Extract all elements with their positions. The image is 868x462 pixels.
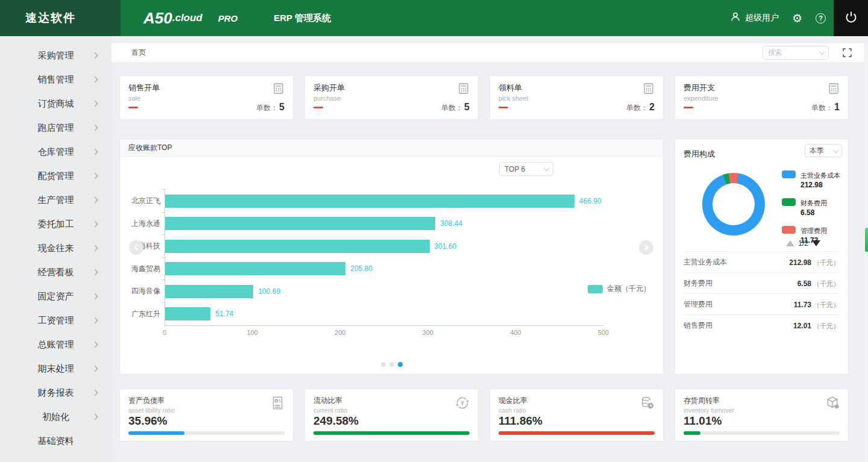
ratio-card-asset-liability[interactable]: 资产负债率 asset libility ratio 35.96% [119,389,294,442]
sidebar-item-period-end[interactable]: 期末处理 [0,357,112,381]
gear-icon[interactable]: ⚙ [792,13,802,24]
ratio-card-cash-ratio[interactable]: 现金比率 cash ratio 111.86% [489,389,664,442]
calculator-icon [272,83,285,97]
progress-bar [684,431,700,435]
sidebar-item-cash[interactable]: 现金往来 [0,236,112,260]
scrollbar-track[interactable] [864,43,868,462]
legend-swatch [782,198,796,206]
bar-value-label: 466.90 [579,197,602,205]
main-content: 首页 搜索 销售开单 sale 单数：5 采购开单 purchase [112,36,868,462]
power-icon [844,10,858,26]
chevron-right-icon [92,221,98,227]
bar[interactable] [165,285,253,298]
bar[interactable] [165,307,210,320]
progress-bar [128,431,184,435]
stat-card-pick-sheet[interactable]: 领料单 pick sheet 单数：2 [489,75,664,120]
ratio-card-current-ratio[interactable]: 流动比率 current ratio ¥ 249.58% [304,389,479,442]
legend-item[interactable]: 财务费用 6.58 [782,197,840,217]
sidebar-item-payroll[interactable]: 工资管理 [0,308,112,332]
carousel-dot-3[interactable] [398,362,403,367]
logout-button[interactable] [834,0,868,36]
bar[interactable] [165,217,435,230]
sidebar-item-production[interactable]: 生产管理 [0,188,112,212]
sidebar-item-dashboard[interactable]: 经营看板 [0,260,112,284]
app-header: 速达软件 A50.cloud PRO ERP 管理系统 超级用户 ⚙ [0,0,868,36]
help-icon[interactable] [816,13,826,23]
expense-row[interactable]: 主营业务成本 212.98（千元） [684,251,840,272]
expense-row[interactable]: 管理费用 11.73（千元） [684,293,840,314]
ratio-card-row: 资产负债率 asset libility ratio 35.96% 流动比率 c… [119,389,849,442]
trend-dash [684,107,693,108]
chevron-down-icon [819,49,825,55]
bar[interactable] [165,195,574,208]
chevron-right-icon [92,366,98,372]
donut-chart[interactable] [702,173,765,236]
expense-row[interactable]: 财务费用 6.58（千元） [684,272,840,293]
stat-card-sale[interactable]: 销售开单 sale 单数：5 [119,75,294,120]
order-count: 5 [279,102,285,112]
chevron-right-icon [92,245,98,251]
sidebar-item-warehouse[interactable]: 仓库管理 [0,140,112,164]
sidebar-item-finance-reports[interactable]: 财务报表 [0,381,112,405]
page-down-icon[interactable] [812,240,820,246]
ratio-card-inventory-turnover[interactable]: 存货周转率 inventory turnover 11.01% [675,389,849,442]
bar-row: 北京正飞466.90 [165,190,603,213]
sidebar-item-base-data[interactable]: 基础资料 [0,429,112,453]
bar-value-label: 301.60 [435,242,457,251]
bar-row: 海鑫贸易205.80 [165,258,603,281]
carousel-dots [120,362,663,367]
bar[interactable] [165,262,345,275]
cube-icon [825,395,840,413]
user-name: 超级用户 [745,13,779,23]
sidebar-item-purchase[interactable]: 采购管理 [0,43,112,67]
sidebar-item-initialization[interactable]: 初始化 [0,405,112,429]
x-axis-tick: 500 [598,329,609,336]
top-n-select[interactable]: TOP 6 [499,162,553,176]
expense-row[interactable]: 销售费用 12.01（千元） [684,314,840,336]
product-title: A50.cloud PRO ERP 管理系统 [143,0,331,36]
ratio-value: 111.86% [498,414,542,428]
bar-value-label: 100.69 [258,287,280,296]
carousel-next-button[interactable] [639,240,653,255]
chevron-right-icon [92,52,98,58]
chevron-right-icon [92,149,98,155]
brand-name: 速达软件 [25,10,76,26]
trend-dash [128,107,138,108]
legend-item[interactable]: 主营业务成本 212.98 [782,169,840,189]
sidebar-item-fixed-assets[interactable]: 固定资产 [0,284,112,308]
legend-swatch [588,285,603,293]
calculator-icon [828,83,840,97]
order-count: 1 [834,102,840,112]
page-up-icon[interactable] [786,240,794,246]
legend-swatch [782,170,796,178]
sidebar-item-outsourcing[interactable]: 委托加工 [0,212,112,236]
panel-title: 应收账款TOP [120,139,663,157]
sidebar-item-store-visit[interactable]: 跑店管理 [0,116,112,140]
bar-value-label: 205.80 [350,264,373,273]
ratio-value: 35.96% [128,414,167,428]
chevron-right-icon [92,173,98,179]
sidebar-item-sales[interactable]: 销售管理 [0,67,112,92]
search-select[interactable]: 搜索 [763,46,829,60]
sidebar-item-ledger[interactable]: 总账管理 [0,332,112,357]
carousel-prev-button[interactable] [129,240,143,255]
user-menu[interactable]: 超级用户 [730,11,779,25]
user-icon [730,11,741,25]
period-select[interactable]: 本季 [805,144,842,157]
side-floating-widget[interactable] [865,228,868,252]
chevron-right-icon [92,76,98,83]
chevron-right-icon [92,342,98,348]
carousel-dot-1[interactable] [381,362,386,367]
sidebar-item-distribution[interactable]: 配货管理 [0,164,112,188]
carousel-dot-2[interactable] [389,362,394,367]
stat-card-expenditure[interactable]: 费用开支 expenditure 单数：1 [675,75,849,120]
chart-legend[interactable]: 金额（千元） [588,284,650,294]
fullscreen-button[interactable] [843,48,852,60]
bar[interactable] [165,240,430,253]
trend-dash [313,107,323,108]
tab-home[interactable]: 首页 [131,43,146,62]
sidebar-nav: 采购管理 销售管理 订货商城 跑店管理 仓库管理 配货管理 生产管理 委托加工 … [0,36,112,462]
stat-card-purchase[interactable]: 采购开单 purchase 单数：5 [304,75,479,120]
sidebar-item-order-mall[interactable]: 订货商城 [0,92,112,116]
stat-card-row: 销售开单 sale 单数：5 采购开单 purchase 单数：5 领料单 pi… [119,75,849,120]
